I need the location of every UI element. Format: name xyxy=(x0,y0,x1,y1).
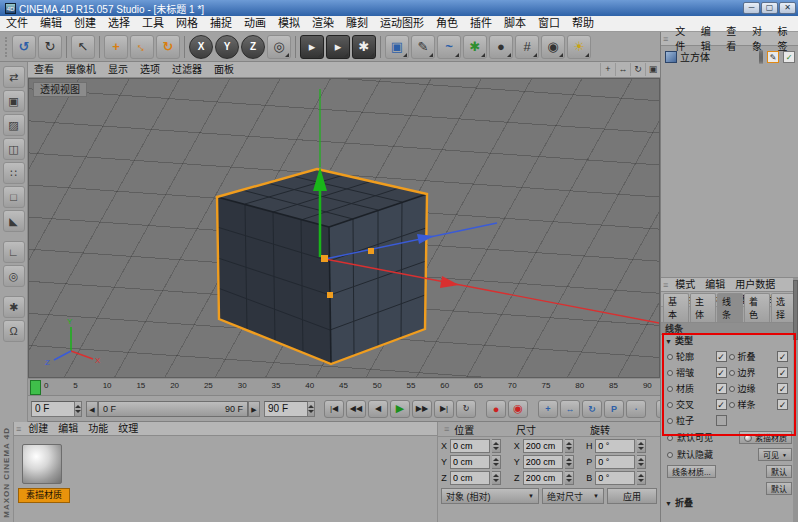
spinner[interactable] xyxy=(492,455,501,469)
am-menu-userdata[interactable]: 用户数据 xyxy=(730,277,780,292)
panel-grip-icon[interactable]: ≡ xyxy=(442,424,451,434)
collapse-icon[interactable]: ▼ xyxy=(665,335,672,348)
collapse-icon[interactable]: ▼ xyxy=(665,497,672,510)
toggle-view-icon[interactable]: ▣ xyxy=(645,63,660,76)
minimize-button[interactable]: ─ xyxy=(743,2,760,14)
menu-create[interactable]: 创建 xyxy=(68,16,102,31)
menu-plugins[interactable]: 插件 xyxy=(464,16,498,31)
spinner[interactable] xyxy=(565,439,574,453)
current-frame-spinner[interactable] xyxy=(75,401,82,417)
material-thumbnail[interactable] xyxy=(22,444,62,484)
key-parameter-button[interactable]: P xyxy=(604,400,624,418)
position-z-field[interactable] xyxy=(450,471,490,485)
edges-checkbox[interactable]: ✓ xyxy=(777,383,788,394)
sketch-style-tag-icon[interactable]: ✎ xyxy=(767,51,779,63)
object-row-cube[interactable]: 立方体 ✎ ✓ xyxy=(661,46,798,64)
creases-checkbox[interactable]: ✓ xyxy=(716,367,727,378)
size-x-field[interactable] xyxy=(523,439,563,453)
menu-file[interactable]: 文件 xyxy=(0,16,34,31)
menu-snap[interactable]: 捕捉 xyxy=(204,16,238,31)
mat-menu-edit[interactable]: 编辑 xyxy=(53,421,83,436)
rotation-p-field[interactable] xyxy=(595,455,635,469)
panel-grip-icon[interactable]: ≡ xyxy=(14,424,23,434)
line-material-button[interactable]: 线条材质... xyxy=(667,465,716,478)
make-editable-button[interactable]: ⇄ xyxy=(3,66,25,88)
pan-view-icon[interactable]: + xyxy=(600,63,615,76)
go-to-end-button[interactable]: ▶| xyxy=(434,400,454,418)
folds-checkbox[interactable]: ✓ xyxy=(777,351,788,362)
toolbar-grip[interactable] xyxy=(5,37,8,57)
subdivision-surface-button[interactable]: ~ xyxy=(437,35,461,59)
snap-button[interactable]: Ω xyxy=(3,320,25,342)
timeline-ruler[interactable]: 0 5 10 15 20 25 30 35 40 45 50 55 60 65 … xyxy=(28,378,660,396)
next-frame-button[interactable]: ▶▶ xyxy=(412,400,432,418)
range-right-arrow[interactable]: ▶ xyxy=(248,401,260,417)
splines-checkbox[interactable]: ✓ xyxy=(777,399,788,410)
default-button-2[interactable]: 默认 xyxy=(766,482,792,495)
mat-menu-create[interactable]: 创建 xyxy=(23,421,53,436)
menu-edit[interactable]: 编辑 xyxy=(34,16,68,31)
record-keyframe-button[interactable]: ● xyxy=(486,400,506,418)
menu-script[interactable]: 脚本 xyxy=(498,16,532,31)
model-mode-button[interactable]: ▣ xyxy=(3,90,25,112)
play-button[interactable]: ▶ xyxy=(390,400,410,418)
render-settings-button[interactable]: ✱ xyxy=(352,35,376,59)
key-scale-button[interactable]: ↔ xyxy=(560,400,580,418)
tab-basic[interactable]: 基本 xyxy=(663,293,689,322)
apply-button[interactable]: 应用 xyxy=(607,488,657,504)
spline-pen-button[interactable]: ✎ xyxy=(411,35,435,59)
display-tag-icon[interactable]: ✓ xyxy=(783,51,795,63)
previous-frame-button[interactable]: ◀ xyxy=(368,400,388,418)
undo-icon[interactable]: ↺ xyxy=(12,35,36,59)
points-mode-button[interactable]: ∷ xyxy=(3,162,25,184)
zoom-view-icon[interactable]: ↔ xyxy=(615,63,630,76)
default-button-1[interactable]: 默认 xyxy=(766,465,792,478)
mat-menu-function[interactable]: 功能 xyxy=(83,421,113,436)
size-z-field[interactable] xyxy=(523,471,563,485)
position-x-field[interactable] xyxy=(450,439,490,453)
range-track[interactable]: 0 F 90 F xyxy=(98,401,248,417)
rotation-b-field[interactable] xyxy=(595,471,635,485)
viewport-canvas[interactable]: Y X Z 透视视图 xyxy=(28,78,660,378)
generator-button[interactable]: ✱ xyxy=(463,35,487,59)
lock-y-axis-button[interactable]: Y xyxy=(215,35,239,59)
menu-mograph[interactable]: 运动图形 xyxy=(374,16,430,31)
object-name[interactable]: 立方体 xyxy=(680,49,756,64)
rotate-tool-icon[interactable]: ↻ xyxy=(156,35,180,59)
coordinate-system-icon[interactable]: ◎ xyxy=(267,35,291,59)
x-axis-arrow[interactable] xyxy=(440,276,459,288)
am-menu-edit[interactable]: 编辑 xyxy=(700,277,730,292)
spinner[interactable] xyxy=(637,455,646,469)
intersections-checkbox[interactable]: ✓ xyxy=(716,399,727,410)
mat-menu-texture[interactable]: 纹理 xyxy=(113,421,143,436)
material-checkbox[interactable]: ✓ xyxy=(716,383,727,394)
object-manager-list[interactable]: 立方体 ✎ ✓ xyxy=(661,46,798,278)
vp-menu-filter[interactable]: 过滤器 xyxy=(166,62,208,77)
default-hidden-dropdown[interactable]: 可见▼ xyxy=(758,448,792,461)
size-y-field[interactable] xyxy=(523,455,563,469)
loop-button[interactable]: ↻ xyxy=(456,400,476,418)
range-slider[interactable]: ◀ 0 F 90 F ▶ xyxy=(86,401,260,417)
light-button[interactable]: ☀ xyxy=(567,35,591,59)
vp-menu-display[interactable]: 显示 xyxy=(102,62,134,77)
render-view-button[interactable]: ▸ xyxy=(300,35,324,59)
live-selection-icon[interactable]: ↖ xyxy=(71,35,95,59)
spinner[interactable] xyxy=(565,455,574,469)
texture-mode-button[interactable]: ▨ xyxy=(3,114,25,136)
scrollbar-thumb[interactable] xyxy=(793,280,798,340)
deformer-button[interactable]: ● xyxy=(489,35,513,59)
folds-group-header[interactable]: ▼ 折叠 xyxy=(661,497,798,510)
menu-select[interactable]: 选择 xyxy=(102,16,136,31)
current-frame-field[interactable] xyxy=(31,401,75,417)
lock-x-axis-button[interactable]: X xyxy=(189,35,213,59)
menu-window[interactable]: 窗口 xyxy=(532,16,566,31)
spinner[interactable] xyxy=(637,439,646,453)
particles-checkbox[interactable] xyxy=(716,415,727,426)
menu-render[interactable]: 渲染 xyxy=(306,16,340,31)
material-name[interactable]: 素描材质 xyxy=(18,488,70,503)
menu-character[interactable]: 角色 xyxy=(430,16,464,31)
spinner[interactable] xyxy=(637,471,646,485)
render-picture-viewer-button[interactable]: ▸ xyxy=(326,35,350,59)
rotate-view-icon[interactable]: ↻ xyxy=(630,63,645,76)
camera-button[interactable]: ◉ xyxy=(541,35,565,59)
